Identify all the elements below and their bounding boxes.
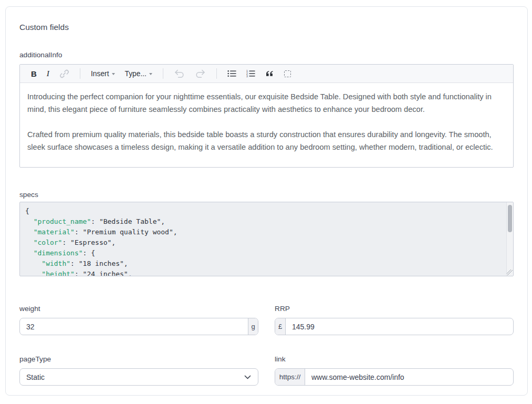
richtext-paragraph: Introducing the perfect companion for yo… xyxy=(27,90,506,116)
rrp-field: RRP £ xyxy=(275,305,514,335)
card-title: Custom fields xyxy=(19,23,514,32)
code-line: "dimensions": { xyxy=(25,248,499,258)
link-icon xyxy=(59,69,69,79)
link-button[interactable] xyxy=(56,67,72,80)
weight-label: weight xyxy=(19,305,258,313)
ordered-list-icon: 1 2 3 xyxy=(246,70,255,77)
chevron-down-icon xyxy=(112,73,115,75)
link-label: link xyxy=(275,355,514,363)
fields-grid: weight g RRP £ pageType Static xyxy=(19,305,514,386)
richtext-editor: B I Insert Type... xyxy=(19,64,514,168)
specs-section: specs { "product_name": "Bedside Table",… xyxy=(19,191,514,276)
code-line: "product_name": "Bedside Table", xyxy=(25,216,499,227)
rrp-input-group: £ xyxy=(275,318,514,335)
insert-dropdown[interactable]: Insert xyxy=(88,68,118,79)
weight-input[interactable] xyxy=(20,318,248,335)
ordered-list-button[interactable]: 1 2 3 xyxy=(243,68,258,79)
specs-code: { "product_name": "Bedside Table", "mate… xyxy=(20,202,513,276)
bold-button[interactable]: B xyxy=(28,68,40,80)
link-field: link https:// xyxy=(275,355,514,386)
resize-grip-icon[interactable] xyxy=(507,270,513,275)
weight-field: weight g xyxy=(19,305,258,335)
unordered-list-icon xyxy=(227,70,236,77)
rrp-input[interactable] xyxy=(286,318,513,335)
link-input[interactable] xyxy=(305,369,513,385)
chevron-down-icon xyxy=(149,73,152,75)
page-type-label: pageType xyxy=(19,355,258,363)
svg-text:3: 3 xyxy=(246,75,248,77)
specs-label: specs xyxy=(19,191,514,199)
bullet-list-button[interactable] xyxy=(224,68,239,79)
undo-button[interactable] xyxy=(171,68,188,80)
rrp-label: RRP xyxy=(275,305,514,313)
protocol-addon: https:// xyxy=(275,369,305,385)
code-line: "height": "24 inches", xyxy=(25,269,499,276)
page-type-select-group: Static xyxy=(19,368,258,386)
additional-info-label: additionalInfo xyxy=(19,51,514,59)
type-dropdown[interactable]: Type... xyxy=(122,68,155,79)
undo-icon xyxy=(174,69,185,78)
italic-button[interactable]: I xyxy=(44,67,53,80)
code-line: "width": "18 inches", xyxy=(25,258,499,269)
toolbar-divider xyxy=(163,68,163,79)
toolbar-divider xyxy=(216,68,217,79)
code-line: "color": "Espresso", xyxy=(25,237,499,248)
insert-dropdown-label: Insert xyxy=(91,70,109,78)
redo-icon xyxy=(195,69,206,78)
weight-input-group: g xyxy=(19,318,258,335)
redo-button[interactable] xyxy=(192,68,209,80)
container-button[interactable] xyxy=(281,69,294,79)
scrollbar-track[interactable] xyxy=(506,202,513,276)
page-type-select[interactable]: Static xyxy=(20,369,258,385)
custom-fields-card: Custom fields additionalInfo B I Insert xyxy=(5,6,528,396)
page-type-field: pageType Static xyxy=(19,355,258,386)
blockquote-icon xyxy=(265,70,274,77)
richtext-content[interactable]: Introducing the perfect companion for yo… xyxy=(20,83,513,167)
blockquote-button[interactable] xyxy=(262,69,277,78)
weight-unit-addon: g xyxy=(248,318,258,335)
richtext-paragraph: Crafted from premium quality materials, … xyxy=(27,128,506,153)
richtext-toolbar: B I Insert Type... xyxy=(20,65,513,83)
container-icon xyxy=(284,70,291,77)
scrollbar-thumb[interactable] xyxy=(508,205,512,232)
specs-code-editor[interactable]: { "product_name": "Bedside Table", "mate… xyxy=(19,202,514,276)
code-line: "material": "Premium quality wood", xyxy=(25,227,499,237)
toolbar-divider xyxy=(80,68,80,79)
type-dropdown-label: Type... xyxy=(125,70,147,78)
currency-addon: £ xyxy=(275,318,286,335)
link-input-group: https:// xyxy=(275,368,514,386)
code-line: { xyxy=(25,206,499,216)
